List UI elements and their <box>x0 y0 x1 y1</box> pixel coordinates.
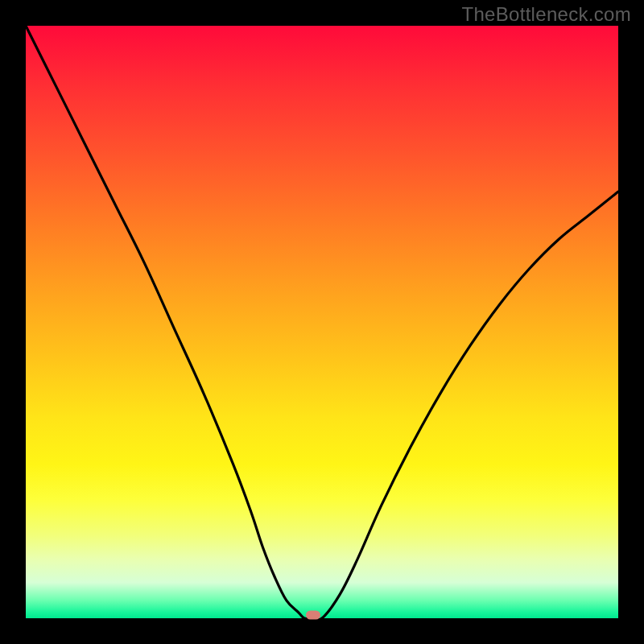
chart-frame: TheBottleneck.com <box>0 0 644 644</box>
bottleneck-curve <box>26 26 618 618</box>
plot-area <box>26 26 618 618</box>
optimum-marker <box>306 611 320 620</box>
watermark-text: TheBottleneck.com <box>461 3 631 26</box>
